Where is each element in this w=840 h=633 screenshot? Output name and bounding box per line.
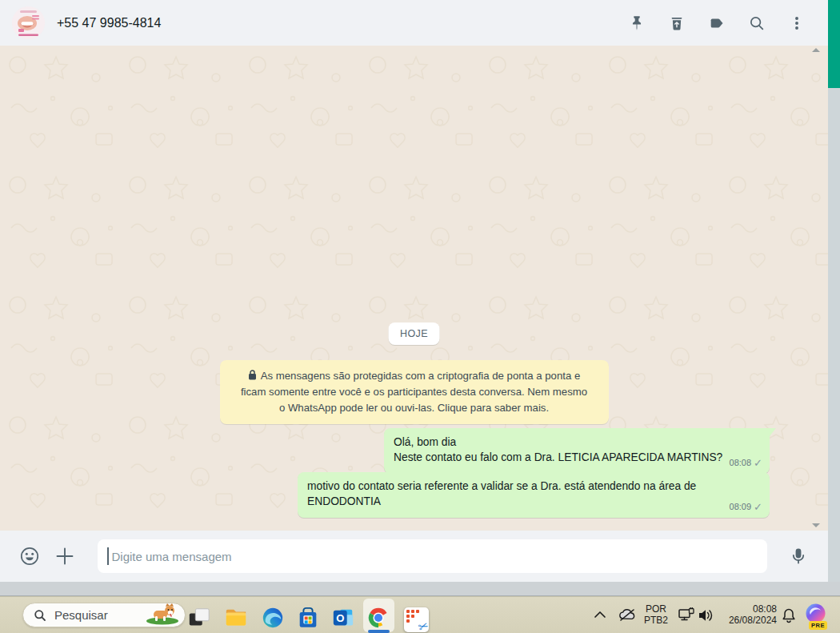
- message-meta: 08:09 ✓: [730, 499, 762, 515]
- edge-browser-icon[interactable]: [261, 606, 285, 630]
- chrome-icon[interactable]: [366, 606, 390, 630]
- notifications-bell-icon[interactable]: [781, 607, 797, 623]
- windows-taskbar: Pesquisar: [0, 596, 840, 633]
- encryption-notice-banner[interactable]: As mensagens são protegidas com a cripto…: [220, 360, 609, 424]
- encryption-notice-text: As mensagens são protegidas com a cripto…: [241, 370, 587, 414]
- message-time: 08:09: [730, 499, 752, 515]
- input-placeholder: Digite uma mensagem: [112, 550, 232, 563]
- message-text: motivo do contato seria referente a vali…: [307, 479, 760, 494]
- search-dog-icon: [144, 603, 181, 625]
- chat-scroll-up-arrow[interactable]: [810, 47, 822, 54]
- chat-header: +55 47 9985-4814: [0, 0, 828, 46]
- microsoft-store-icon[interactable]: [296, 606, 320, 630]
- whatsapp-window: +55 47 9985-4814: [0, 0, 840, 633]
- trash-icon[interactable]: [668, 14, 686, 32]
- outlook-icon[interactable]: O: [331, 606, 355, 630]
- file-explorer-icon[interactable]: [224, 606, 248, 630]
- contact-name[interactable]: +55 47 9985-4814: [57, 16, 161, 30]
- contact-avatar[interactable]: [12, 6, 45, 39]
- sent-tick-icon: ✓: [754, 503, 762, 511]
- chrome-active-indicator: [368, 630, 390, 633]
- language-code: POR: [639, 603, 673, 615]
- tray-language-indicator[interactable]: POR PTB2: [639, 603, 673, 626]
- date-divider: HOJE: [388, 323, 440, 345]
- header-actions: [628, 14, 806, 32]
- message-input[interactable]: Digite uma mensagem: [98, 539, 767, 573]
- search-icon[interactable]: [748, 14, 766, 32]
- task-view-icon[interactable]: [187, 606, 211, 630]
- emoji-icon[interactable]: [19, 546, 40, 567]
- sent-tick-icon: ✓: [754, 459, 762, 467]
- clock-date: 26/08/2024: [714, 615, 777, 626]
- window-scrollbar-track[interactable]: [828, 0, 840, 582]
- tray-chevron-up-icon[interactable]: [594, 610, 606, 619]
- snipping-tool-overlay[interactable]: ✂: [404, 607, 429, 632]
- attach-plus-icon[interactable]: [54, 546, 75, 567]
- network-icon[interactable]: [678, 607, 695, 623]
- text-caret: [107, 547, 109, 565]
- avatar-image: [12, 6, 45, 39]
- window-scrollbar-thumb[interactable]: [828, 0, 840, 88]
- chat-area: HOJE As mensagens são protegidas com a c…: [0, 46, 828, 531]
- pin-icon[interactable]: [628, 14, 646, 32]
- message-composer: Digite uma mensagem: [0, 531, 828, 582]
- message-text: Olá, bom dia: [394, 435, 760, 450]
- outgoing-message[interactable]: Olá, bom dia Neste contato eu falo com a…: [384, 428, 770, 474]
- message-meta: 08:08 ✓: [730, 455, 762, 471]
- keyboard-layout: PTB2: [639, 615, 673, 626]
- menu-kebab-icon[interactable]: [788, 14, 806, 32]
- message-time: 08:08: [730, 455, 752, 471]
- search-icon: [34, 609, 46, 622]
- scissors-icon: ✂: [417, 618, 431, 633]
- microphone-icon[interactable]: [788, 546, 809, 567]
- tray-clock[interactable]: 08:08 26/08/2024: [714, 603, 777, 626]
- volume-icon[interactable]: [698, 607, 715, 623]
- svg-text:O: O: [336, 612, 344, 624]
- label-icon[interactable]: [708, 14, 726, 32]
- message-text: ENDODONTIA: [307, 494, 760, 509]
- lock-icon: [248, 370, 257, 380]
- taskbar-search-box[interactable]: Pesquisar: [22, 603, 186, 627]
- copilot-pre-badge: PRE: [809, 621, 827, 630]
- search-placeholder: Pesquisar: [54, 608, 108, 622]
- outgoing-message[interactable]: motivo do contato seria referente a vali…: [298, 472, 770, 518]
- message-text: Neste contato eu falo com a Dra. LETICIA…: [394, 450, 760, 465]
- chat-scroll-down-arrow[interactable]: [810, 522, 822, 528]
- onedrive-paused-icon[interactable]: [618, 607, 637, 623]
- desktop-edge-strip: [0, 582, 840, 596]
- clock-time: 08:08: [714, 603, 777, 615]
